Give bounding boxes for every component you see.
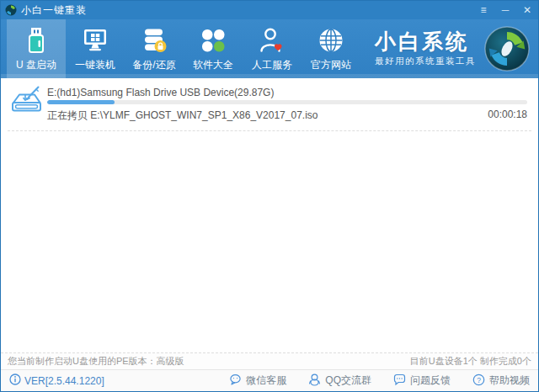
close-button[interactable]: ✕ (516, 1, 538, 19)
main-content: E:(hd1)Samsung Flash Drive USB Device(29… (1, 78, 538, 352)
brand-area: 小白系统 最好用的系统重装工具 (375, 19, 530, 78)
progress-fill (47, 100, 115, 104)
wechat-service-link[interactable]: 微信客服 (229, 373, 286, 389)
refresh-sphere-icon (484, 26, 530, 72)
wechat-icon (229, 373, 242, 389)
wechat-label: 微信客服 (246, 373, 286, 388)
svg-text:?: ? (477, 375, 481, 384)
nav-item-service[interactable]: 人工服务 (243, 19, 302, 78)
nav-item-usb-boot[interactable]: U 盘启动 (7, 19, 66, 78)
footer-bar: VER[2.5.44.1220] 微信客服 QQ交流群 问题反馈 (1, 369, 538, 391)
title-bar: 小白一键重装 ≡ ─ ✕ (1, 1, 538, 19)
nav-label-backup-restore: 备份/还原 (132, 58, 175, 72)
monitor-windows-icon (81, 26, 109, 55)
progress-bar (47, 100, 527, 104)
nav-item-one-click-install[interactable]: 一键装机 (66, 19, 125, 78)
feedback-link[interactable]: 问题反馈 (393, 373, 451, 389)
feedback-label: 问题反馈 (410, 373, 451, 388)
qq-label: QQ交流群 (325, 373, 371, 388)
window-title: 小白一键重装 (21, 3, 87, 18)
pe-version-text: 您当前制作启动U盘使用的PE版本：高级版 (8, 355, 184, 368)
app-window: 小白一键重装 ≡ ─ ✕ U 盘启动 (0, 0, 539, 392)
clover-apps-icon (199, 26, 227, 55)
app-logo-icon (5, 4, 17, 16)
device-name: E:(hd1)Samsung Flash Drive USB Device(29… (47, 87, 274, 98)
nav-bar: U 盘启动 一键装机 (1, 19, 538, 78)
nav-label-one-click-install: 一键装机 (75, 58, 115, 72)
nav-label-service: 人工服务 (252, 58, 292, 72)
info-icon (9, 373, 21, 388)
usb-write-icon (8, 83, 43, 119)
status-bar: 您当前制作启动U盘使用的PE版本：高级版 目前U盘设备1个 制作完成0个 (1, 352, 538, 369)
help-label: 帮助视频 (489, 373, 530, 388)
globe-icon (317, 26, 345, 55)
device-count-text: 目前U盘设备1个 制作完成0个 (410, 355, 531, 368)
brand-title: 小白系统 (375, 30, 469, 54)
nav-item-backup-restore[interactable]: 备份/还原 (125, 19, 184, 78)
footer-links: 微信客服 QQ交流群 问题反馈 ? 帮助视频 (229, 373, 530, 389)
version-info: VER[2.5.44.1220] (9, 373, 104, 388)
brand-tagline: 最好用的系统重装工具 (375, 56, 476, 67)
help-question-icon: ? (472, 373, 485, 389)
person-heart-icon (258, 26, 286, 55)
qq-icon (308, 373, 321, 389)
nav-label-website: 官方网站 (311, 58, 351, 72)
window-controls: ≡ ─ ✕ (472, 1, 538, 19)
nav-item-software[interactable]: 软件大全 (184, 19, 243, 78)
elapsed-time: 00:00:18 (488, 109, 527, 120)
usb-drive-icon (22, 26, 51, 55)
database-lock-icon (140, 26, 168, 55)
nav-label-usb-boot: U 盘启动 (16, 58, 56, 72)
qq-group-link[interactable]: QQ交流群 (308, 373, 371, 389)
separator (8, 130, 531, 131)
feedback-bubble-icon (393, 373, 406, 389)
menu-button[interactable]: ≡ (472, 1, 494, 19)
nav-item-website[interactable]: 官方网站 (302, 19, 360, 78)
task-status: 正在拷贝 E:\YLMF_GHOST_WIN7_SP1_X86_V2017_07… (47, 109, 318, 123)
minimize-button[interactable]: ─ (494, 1, 516, 19)
help-video-link[interactable]: ? 帮助视频 (472, 373, 530, 389)
nav-label-software: 软件大全 (193, 58, 233, 72)
version-text: VER[2.5.44.1220] (24, 375, 104, 387)
